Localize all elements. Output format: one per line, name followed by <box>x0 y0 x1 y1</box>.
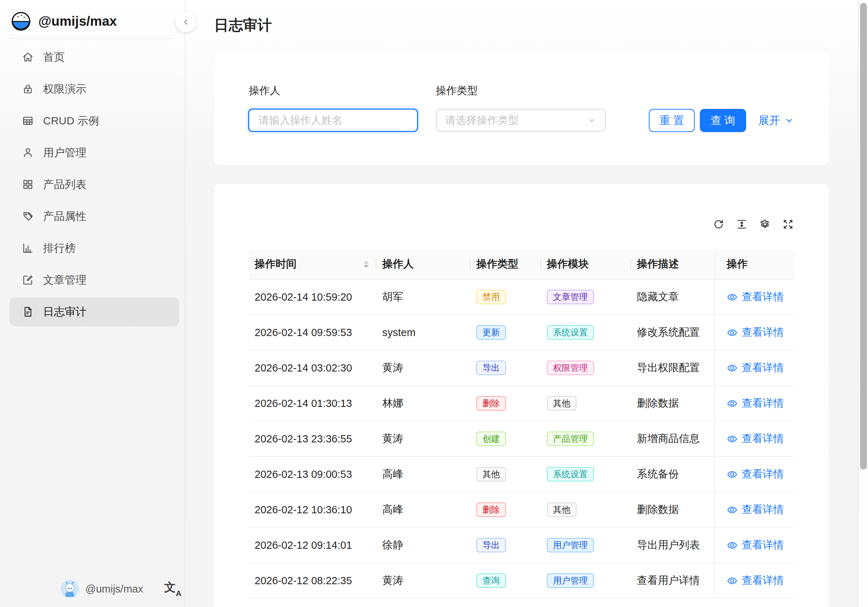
cell-operation-type: 查询 <box>471 563 541 598</box>
cell-operation-time: 2026-02-12 09:14:01 <box>249 528 377 562</box>
table-row: 2026-02-12 10:36:10高峰删除其他删除数据查看详情 <box>249 492 794 528</box>
cell-operator: 高峰 <box>377 457 471 492</box>
chevron-down-icon <box>587 116 597 125</box>
reload-icon[interactable] <box>713 218 725 230</box>
table-icon <box>22 115 34 127</box>
column-header-1[interactable]: 操作时间 <box>249 249 377 279</box>
translate-icon[interactable]: 文 A <box>164 580 181 598</box>
operation-type-tag: 导出 <box>476 538 506 553</box>
cell-operation-time: 2026-02-14 10:59:20 <box>249 279 377 314</box>
cell-operation-module: 系统设置 <box>541 457 631 492</box>
view-details-label: 查看详情 <box>742 573 784 588</box>
settings-icon[interactable] <box>759 218 771 230</box>
fullscreen-icon[interactable] <box>782 218 794 230</box>
logo-row: @umijs/max <box>11 6 117 37</box>
view-details-link[interactable]: 查看详情 <box>727 467 784 481</box>
table-row: 2026-02-14 03:02:30黄涛导出权限管理导出权限配置查看详情 <box>249 351 794 386</box>
audit-log-table: 操作时间 操作人操作类型操作模块操作描述操作 2026-02-14 10:59:… <box>249 249 794 599</box>
view-details-link[interactable]: 查看详情 <box>727 290 784 304</box>
sidebar-item-article-management[interactable]: 文章管理 <box>9 265 180 295</box>
table-row: 2026-02-13 09:00:53高峰其他系统设置系统备份查看详情 <box>249 457 794 492</box>
sidebar-divider <box>9 38 175 39</box>
operation-module-tag: 用户管理 <box>547 573 594 588</box>
view-details-link[interactable]: 查看详情 <box>727 396 784 411</box>
eye-icon <box>727 398 738 409</box>
sidebar-item-user-management[interactable]: 用户管理 <box>9 138 180 167</box>
sorter-icon[interactable] <box>364 261 371 268</box>
view-details-label: 查看详情 <box>742 325 784 340</box>
cell-operation-time: 2026-02-12 08:22:35 <box>249 563 377 598</box>
operation-type-tag: 导出 <box>476 361 506 375</box>
eye-icon <box>727 540 738 551</box>
footer-username: @umijs/max <box>85 583 143 595</box>
view-details-label: 查看详情 <box>742 396 784 411</box>
table-body: 2026-02-14 10:59:20胡军禁用文章管理隐藏文章查看详情2026-… <box>249 279 794 599</box>
expand-link[interactable]: 展开 <box>758 109 794 132</box>
sidebar-item-product-attrs[interactable]: 产品属性 <box>9 202 180 231</box>
cell-operation-description: 删除数据 <box>631 386 714 421</box>
cell-actions: 查看详情 <box>714 315 794 350</box>
sidebar-item-crud-example[interactable]: CRUD 示例 <box>9 106 180 135</box>
sidebar-item-ranking[interactable]: 排行榜 <box>9 234 180 262</box>
view-details-link[interactable]: 查看详情 <box>727 573 784 588</box>
operation-type-tag: 查询 <box>476 573 506 588</box>
cell-actions: 查看详情 <box>714 457 794 492</box>
cell-operation-description: 修改系统配置 <box>631 315 714 350</box>
operation-type-label: 操作类型 <box>436 84 478 98</box>
eye-icon <box>727 469 738 480</box>
view-details-link[interactable]: 查看详情 <box>727 503 784 517</box>
density-icon[interactable] <box>736 218 748 230</box>
cell-operation-module: 用户管理 <box>541 563 631 598</box>
sidebar-item-log-audit[interactable]: 日志审计 <box>9 297 180 326</box>
lock-icon <box>22 83 34 95</box>
sidebar-collapse-button[interactable] <box>175 12 196 32</box>
cell-operation-type: 其他 <box>471 457 541 492</box>
search-button[interactable]: 查 询 <box>700 109 746 132</box>
operation-type-tag: 其他 <box>476 467 506 481</box>
sidebar-item-label: 权限演示 <box>43 82 87 96</box>
cell-operation-description: 查看用户详情 <box>631 563 714 598</box>
cell-operator: 黄涛 <box>377 563 471 598</box>
column-header-3: 操作类型 <box>471 249 541 279</box>
operation-type-tag: 删除 <box>476 396 506 411</box>
cell-operator: system <box>377 315 471 350</box>
table-row: 2026-02-14 09:59:53system更新系统设置修改系统配置查看详… <box>249 315 794 351</box>
operation-module-tag: 系统设置 <box>547 325 594 340</box>
sidebar-item-permission-demo[interactable]: 权限演示 <box>9 75 180 104</box>
eye-icon <box>727 504 738 515</box>
cell-actions: 查看详情 <box>714 386 794 421</box>
file-text-icon <box>22 306 34 318</box>
cell-operation-time: 2026-02-13 23:36:55 <box>249 421 377 456</box>
cell-operator: 高峰 <box>377 492 471 527</box>
edit-icon <box>22 274 34 286</box>
table-card: 操作时间 操作人操作类型操作模块操作描述操作 2026-02-14 10:59:… <box>214 184 829 607</box>
view-details-link[interactable]: 查看详情 <box>727 432 784 446</box>
page-scrollbar-track[interactable] <box>858 0 868 607</box>
operation-type-tag: 删除 <box>476 503 506 517</box>
reset-button[interactable]: 重 置 <box>649 109 695 132</box>
sidebar-item-product-list[interactable]: 产品列表 <box>9 170 180 199</box>
operator-input[interactable] <box>248 109 418 132</box>
sidebar: @umijs/max 首页权限演示CRUD 示例用户管理产品列表产品属性排行榜文… <box>0 0 186 607</box>
view-details-link[interactable]: 查看详情 <box>727 361 784 375</box>
sidebar-item-label: 排行榜 <box>43 241 76 256</box>
cell-operation-description: 导出权限配置 <box>631 351 714 385</box>
cell-actions: 查看详情 <box>714 279 794 314</box>
cell-actions: 查看详情 <box>714 351 794 385</box>
view-details-link[interactable]: 查看详情 <box>727 538 784 553</box>
ant-mascot-avatar[interactable] <box>61 580 79 598</box>
view-details-label: 查看详情 <box>742 290 784 304</box>
cell-operation-time: 2026-02-14 01:30:13 <box>249 386 377 421</box>
cell-operation-type: 更新 <box>471 315 541 350</box>
cell-operation-module: 系统设置 <box>541 315 631 350</box>
operation-module-tag: 文章管理 <box>547 290 594 304</box>
operation-type-select[interactable]: 请选择操作类型 <box>436 109 606 132</box>
column-title: 操作模块 <box>547 257 589 271</box>
sidebar-item-label: 产品列表 <box>43 177 87 192</box>
sidebar-item-home[interactable]: 首页 <box>9 43 180 71</box>
cell-operator: 黄涛 <box>377 351 471 385</box>
cell-actions: 查看详情 <box>714 563 794 598</box>
view-details-link[interactable]: 查看详情 <box>727 325 784 340</box>
table-row: 2026-02-13 23:36:55黄涛创建产品管理新增商品信息查看详情 <box>249 421 794 457</box>
page-scrollbar-thumb[interactable] <box>860 3 867 470</box>
